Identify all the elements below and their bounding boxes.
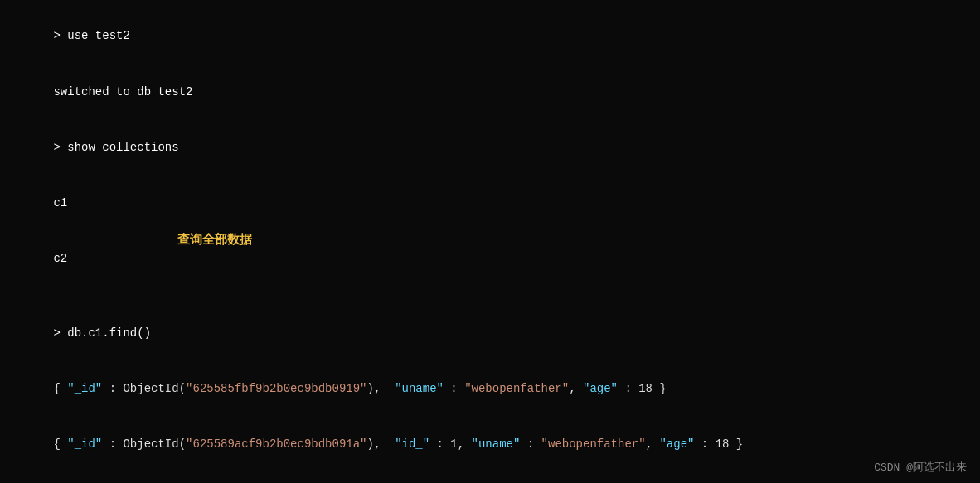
line-5: c2 查询全部数据 (12, 231, 968, 306)
line-3: > show collections (12, 119, 968, 175)
watermark: CSDN @阿选不出来 (874, 460, 967, 475)
annotation-find-all: 查询全部数据 (177, 231, 252, 251)
line-4: c1 (12, 176, 968, 231)
collection-c2: c2 (53, 252, 67, 265)
terminal-content: > use test2 switched to db test2 > show … (12, 8, 968, 483)
data-row-2: { "_id" : ObjectId("625589acf9b2b0ec9bdb… (12, 417, 968, 472)
prompt-1: > use test2 (53, 29, 129, 42)
prompt-find-all: > db.c1.find() (53, 326, 151, 340)
output-switched: switched to db test2 (53, 85, 192, 99)
line-2: switched to db test2 (12, 64, 968, 119)
data-row-3: { "_id" : ObjectId("62558b25f9b2b0ec9bdb… (12, 472, 968, 483)
prompt-2: > show collections (53, 141, 178, 154)
collection-c1: c1 (53, 196, 67, 210)
data-row-1: { "_id" : ObjectId("625585fbf9b2b0ec9bdb… (12, 360, 968, 416)
line-1: > use test2 (12, 8, 968, 64)
terminal-window: > use test2 switched to db test2 > show … (0, 0, 980, 483)
line-6: > db.c1.find() (12, 305, 968, 360)
